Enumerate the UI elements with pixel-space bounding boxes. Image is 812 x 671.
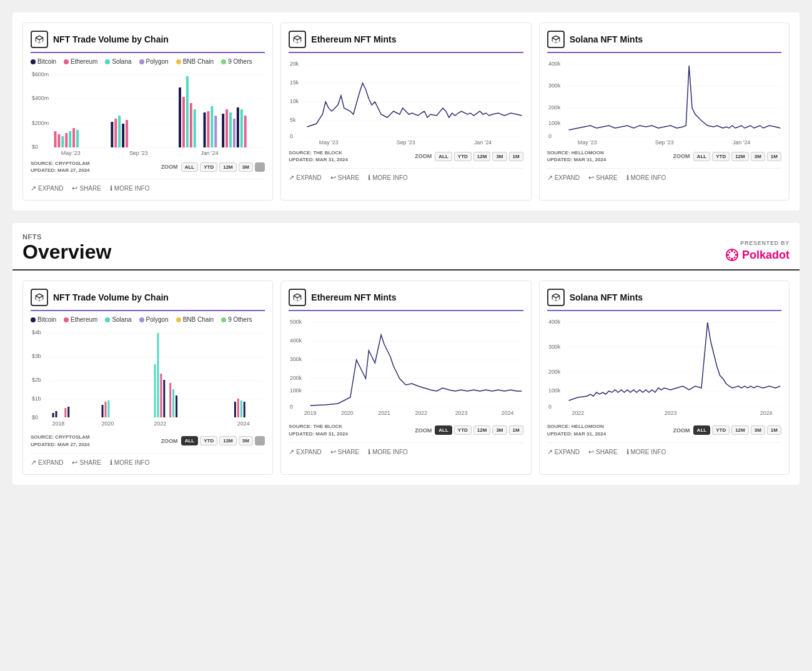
- svg-text:May '23: May '23: [319, 139, 339, 146]
- share-button[interactable]: ↩ SHARE: [72, 459, 101, 467]
- polkadot-logo: Polkadot: [725, 248, 790, 262]
- svg-text:2022: 2022: [415, 410, 428, 416]
- zoom-1m[interactable]: 1M: [767, 425, 781, 435]
- chart-header: NFT Trade Volume by Chain: [31, 289, 265, 306]
- zoom-1m[interactable]: 1M: [509, 152, 523, 161]
- svg-point-70: [728, 252, 730, 254]
- chart-area-large: $4b $3b $2b $1b $0: [31, 327, 265, 430]
- svg-rect-85: [56, 411, 57, 417]
- zoom-ytd[interactable]: YTD: [712, 425, 730, 435]
- svg-rect-24: [194, 109, 196, 147]
- more-info-button[interactable]: ℹ MORE INFO: [368, 448, 408, 456]
- top-charts-row: NFT Trade Volume by Chain Bitcoin Ethere…: [22, 22, 790, 201]
- svg-rect-18: [122, 124, 124, 147]
- svg-rect-21: [182, 97, 185, 147]
- more-info-button[interactable]: ℹ MORE INFO: [626, 174, 666, 182]
- zoom-3m[interactable]: 3M: [492, 152, 507, 161]
- svg-rect-27: [210, 106, 213, 147]
- svg-text:Jan '24: Jan '24: [733, 139, 750, 146]
- legend-polygon: Polygon: [139, 58, 169, 65]
- zoom-12m[interactable]: 12M: [219, 436, 237, 445]
- share-button[interactable]: ↩ SHARE: [72, 184, 101, 192]
- svg-text:0: 0: [548, 133, 552, 139]
- share-button[interactable]: ↩ SHARE: [330, 174, 359, 182]
- more-info-button[interactable]: ℹ MORE INFO: [626, 448, 666, 456]
- zoom-custom[interactable]: [255, 436, 265, 445]
- zoom-all[interactable]: ALL: [181, 436, 199, 445]
- legend-ethereum: Ethereum: [64, 58, 97, 65]
- chart-actions: ↗ EXPAND ↩ SHARE ℹ MORE INFO: [547, 168, 781, 182]
- zoom-3m[interactable]: 3M: [239, 436, 253, 445]
- overview-charts: NFT Trade Volume by Chain Bitcoin Ethere…: [12, 271, 800, 484]
- zoom-all[interactable]: ALL: [181, 162, 199, 172]
- svg-text:2024: 2024: [237, 420, 250, 427]
- line-chart-svg: 20k 15k 10k 5k 0 May '23 Sep '23: [289, 58, 523, 146]
- zoom-ytd[interactable]: YTD: [454, 425, 472, 435]
- source-text: SOURCE: HELLOMOONUPDATED: MAR 31, 2024: [547, 149, 607, 163]
- share-button[interactable]: ↩ SHARE: [588, 448, 617, 456]
- presented-by-label: PRESENTED BY: [740, 240, 790, 246]
- share-button[interactable]: ↩ SHARE: [330, 448, 359, 456]
- svg-rect-88: [102, 405, 104, 417]
- legend-bitcoin: Bitcoin: [31, 58, 56, 65]
- svg-rect-99: [237, 399, 239, 417]
- chart-footer: SOURCE: HELLOMOONUPDATED: MAR 31, 2024 Z…: [547, 423, 781, 437]
- overview-title-block: NFTS Overview: [22, 233, 111, 262]
- zoom-all[interactable]: ALL: [693, 152, 711, 161]
- svg-rect-9: [57, 134, 60, 147]
- zoom-ytd[interactable]: YTD: [454, 152, 472, 161]
- zoom-12m[interactable]: 12M: [219, 162, 237, 172]
- zoom-all[interactable]: ALL: [693, 425, 711, 435]
- overview-header: NFTS Overview PRESENTED BY: [12, 223, 800, 271]
- chart-title: Solana NFT Mints: [570, 34, 643, 44]
- svg-rect-96: [172, 389, 174, 417]
- zoom-custom[interactable]: [255, 162, 265, 172]
- svg-rect-16: [114, 119, 117, 147]
- zoom-1m[interactable]: 1M: [509, 425, 523, 435]
- svg-rect-20: [179, 87, 181, 147]
- more-info-button[interactable]: ℹ MORE INFO: [110, 184, 150, 192]
- chart-title: Ethereum NFT Mints: [311, 34, 396, 44]
- more-info-button[interactable]: ℹ MORE INFO: [110, 459, 150, 467]
- expand-button[interactable]: ↗ EXPAND: [547, 174, 580, 182]
- legend-solana: Solana: [105, 58, 131, 65]
- expand-button[interactable]: ↗ EXPAND: [31, 459, 63, 467]
- zoom-ytd[interactable]: YTD: [200, 162, 217, 172]
- svg-rect-100: [240, 400, 242, 417]
- zoom-all[interactable]: ALL: [435, 425, 452, 435]
- svg-text:$200m: $200m: [32, 120, 49, 126]
- zoom-3m[interactable]: 3M: [239, 162, 253, 172]
- chart-area: 400k 300k 200k 100k 0 May '23 Sep '23: [547, 58, 781, 146]
- zoom-1m[interactable]: 1M: [767, 152, 781, 161]
- zoom-controls: ZOOM ALL YTD 12M 3M: [161, 162, 265, 172]
- chart-footer: SOURCE: CRYPTOSLAMUPDATED: MAR 27, 2024 …: [31, 434, 265, 447]
- svg-text:May '23: May '23: [61, 150, 81, 156]
- zoom-12m[interactable]: 12M: [731, 425, 749, 435]
- zoom-3m[interactable]: 3M: [751, 425, 765, 435]
- zoom-12m[interactable]: 12M: [473, 152, 491, 161]
- zoom-all[interactable]: ALL: [435, 152, 452, 161]
- svg-point-66: [731, 250, 733, 252]
- zoom-3m[interactable]: 3M: [492, 425, 507, 435]
- share-button[interactable]: ↩ SHARE: [588, 174, 617, 182]
- svg-text:$2b: $2b: [32, 377, 41, 383]
- svg-text:2019: 2019: [304, 410, 317, 416]
- svg-text:May '23: May '23: [577, 139, 597, 146]
- zoom-12m[interactable]: 12M: [473, 425, 491, 435]
- expand-button[interactable]: ↗ EXPAND: [289, 174, 321, 182]
- chart-area-large: 500k 400k 300k 200k 100k 0: [289, 316, 523, 419]
- zoom-3m[interactable]: 3M: [751, 152, 765, 161]
- expand-button[interactable]: ↗ EXPAND: [547, 448, 580, 456]
- more-info-button[interactable]: ℹ MORE INFO: [368, 174, 408, 182]
- svg-text:100k: 100k: [290, 387, 302, 394]
- svg-text:0: 0: [290, 404, 293, 410]
- chart-header: Solana NFT Mints: [547, 289, 781, 306]
- chart-footer: SOURCE: CRYPTOSLAMUPDATED: MAR 27, 2024 …: [31, 160, 265, 174]
- zoom-ytd[interactable]: YTD: [200, 436, 217, 445]
- expand-button[interactable]: ↗ EXPAND: [31, 184, 63, 192]
- zoom-ytd[interactable]: YTD: [712, 152, 730, 161]
- zoom-12m[interactable]: 12M: [731, 152, 749, 161]
- expand-button[interactable]: ↗ EXPAND: [289, 448, 321, 456]
- svg-text:Jan '24: Jan '24: [474, 139, 492, 146]
- svg-rect-34: [240, 109, 243, 147]
